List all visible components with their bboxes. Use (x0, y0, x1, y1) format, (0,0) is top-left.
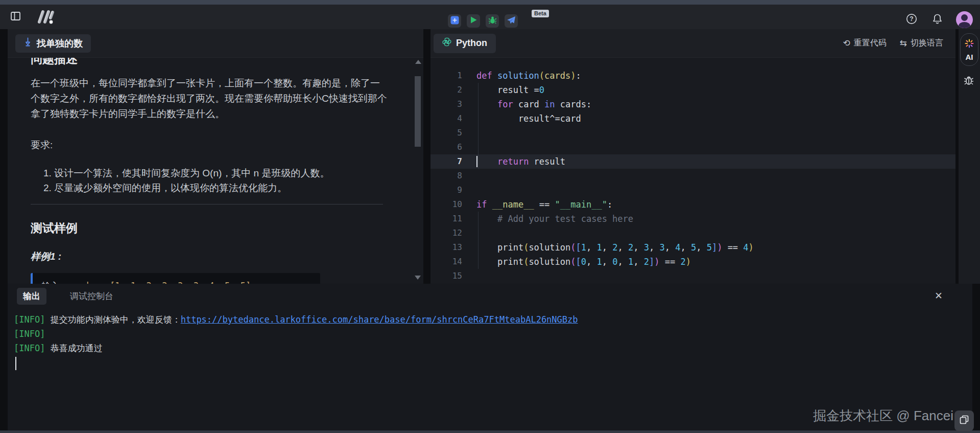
code-line[interactable]: 13 print(solution([1, 1, 2, 2, 3, 3, 4, … (431, 240, 955, 255)
log-level-tag: [INFO] (14, 314, 45, 325)
code-line[interactable]: 10if __name__ == "__main__": (431, 197, 955, 212)
code-line[interactable]: 14 print(solution([0, 1, 0, 1, 2]) == 2) (431, 255, 955, 269)
bottom-edge-strip (0, 430, 980, 433)
ai-label: AI (966, 53, 973, 61)
code-line[interactable]: 5 (431, 126, 955, 140)
problem-section-title: 问题描述 (31, 58, 391, 66)
switch-language-label: 切换语言 (911, 38, 943, 49)
code-line[interactable]: 2 result =0 (431, 83, 955, 97)
ai-assistant-button[interactable]: AI (960, 33, 978, 66)
language-tab[interactable]: Python (434, 34, 496, 53)
scroll-down-arrow-icon[interactable] (415, 276, 421, 280)
line-number: 6 (431, 140, 462, 154)
editor-header: Python ⟲ 重置代码 ⇆ 切换语言 (431, 29, 955, 58)
console-tab-输出[interactable]: 输出 (17, 288, 46, 305)
switch-language-button[interactable]: ⇆ 切换语言 (900, 38, 943, 49)
console-line: [INFO] 提交功能内测体验中，欢迎反馈：https://bytedance.… (14, 312, 972, 327)
console-output[interactable]: [INFO] 提交功能内测体验中，欢迎反馈：https://bytedance.… (8, 308, 972, 370)
line-number: 15 (431, 269, 462, 283)
console-tab-调试控制台[interactable]: 调试控制台 (64, 288, 119, 305)
code-text: return result (462, 154, 565, 169)
reset-code-label: 重置代码 (854, 38, 887, 49)
new-file-button[interactable] (448, 14, 461, 28)
code-line[interactable]: 4 result^=card (431, 111, 955, 126)
code-text: def solution(cards): (462, 69, 581, 83)
sparkle-icon (964, 38, 974, 51)
bell-icon (932, 13, 943, 27)
section-divider (31, 204, 383, 204)
problem-tab[interactable]: 找单独的数 (15, 34, 91, 53)
requirement-item: 设计一个算法，使其时间复杂度为 O(n)，其中 n 是班级的人数。 (54, 166, 391, 180)
sample1-code-block: 输入：cards = [1, 1, 2, 2, 3, 3, 4, 5, 5] 输… (31, 273, 320, 284)
code-text (462, 183, 476, 197)
console-line: [INFO] (14, 327, 972, 341)
code-editor-panel: Python ⟲ 重置代码 ⇆ 切换语言 1def solution(cards… (431, 29, 955, 284)
editor-cursor (476, 156, 477, 167)
window-top-strip (0, 0, 980, 5)
line-number: 1 (431, 69, 462, 83)
line-number: 7 (431, 154, 462, 169)
code-text: print(solution([0, 1, 0, 1, 2]) == 2) (462, 255, 691, 269)
copy-panel-icon (960, 415, 969, 426)
debug-button[interactable] (486, 14, 499, 28)
line-number: 12 (431, 226, 462, 240)
problem-scrollbar[interactable] (414, 60, 422, 280)
sample1-input-line: 输入：cards = [1, 1, 2, 2, 3, 3, 4, 5, 5] (42, 279, 320, 284)
code-text: result^=card (462, 111, 581, 126)
code-text: print(solution([1, 1, 2, 2, 3, 3, 4, 5, … (462, 240, 754, 255)
sample1-label: 样例1 : (31, 250, 391, 263)
right-sidebar: AI (959, 29, 980, 284)
log-level-tag: [INFO] (14, 343, 45, 353)
code-line[interactable]: 1def solution(cards): (431, 69, 955, 83)
code-text: if __name__ == "__main__": (462, 197, 612, 212)
run-button[interactable] (467, 14, 480, 28)
code-line[interactable]: 11 # Add your test cases here (431, 212, 955, 226)
code-editor[interactable]: 1def solution(cards):2 result =03 for ca… (431, 58, 955, 284)
console-line: [INFO] 恭喜成功通过 (14, 341, 972, 355)
extension-float-button[interactable] (954, 411, 974, 431)
code-line[interactable]: 8 (431, 169, 955, 183)
code-line[interactable]: 7 return result (431, 154, 955, 169)
marscode-logo[interactable] (35, 10, 58, 24)
submit-button[interactable] (505, 14, 518, 28)
user-avatar[interactable] (956, 11, 973, 28)
console-tab-bar: 输出调试控制台 (8, 284, 972, 308)
python-logo-icon (442, 37, 451, 49)
code-text (462, 169, 476, 183)
problem-description-area[interactable]: 问题描述 在一个班级中，每位同学都拿到了一张卡片，上面有一个整数。有趣的是，除了… (8, 58, 423, 284)
bug-outline-icon (963, 79, 974, 88)
code-line[interactable]: 15 (431, 269, 955, 283)
line-number: 5 (431, 126, 462, 140)
line-number: 8 (431, 169, 462, 183)
code-line[interactable]: 6 (431, 140, 955, 154)
scrollbar-thumb[interactable] (415, 76, 421, 147)
line-number: 13 (431, 240, 462, 255)
problem-panel: 找单独的数 问题描述 在一个班级中，每位同学都拿到了一张卡片，上面有一个整数。有… (8, 29, 423, 284)
line-number: 11 (431, 212, 462, 226)
code-line[interactable]: 9 (431, 183, 955, 197)
code-text: result =0 (462, 83, 544, 97)
requirement-label: 要求: (31, 139, 391, 152)
problem-panel-header: 找单独的数 (8, 29, 423, 58)
scroll-up-arrow-icon[interactable] (415, 60, 421, 64)
console-cursor (15, 357, 16, 370)
reset-code-button[interactable]: ⟲ 重置代码 (843, 38, 887, 49)
help-button[interactable]: ? (905, 13, 918, 27)
line-number: 9 (431, 183, 462, 197)
code-line[interactable]: 3 for card in cards: (431, 97, 955, 111)
code-text (462, 226, 476, 240)
feedback-bug-button[interactable] (963, 74, 974, 88)
svg-text:?: ? (910, 15, 913, 22)
arrow-down-icon (23, 37, 32, 49)
line-number: 2 (431, 83, 462, 97)
problem-description: 在一个班级中，每位同学都拿到了一张卡片，上面有一个整数。有趣的是，除了一个数字之… (31, 76, 388, 122)
console-close-button[interactable]: ✕ (935, 291, 943, 301)
code-line[interactable]: 12 (431, 226, 955, 240)
notifications-button[interactable] (930, 13, 944, 27)
bug-icon (488, 16, 497, 27)
problem-tab-title: 找单独的数 (37, 37, 83, 50)
feedback-link[interactable]: https://bytedance.larkoffice.com/share/b… (181, 314, 578, 325)
sidebar-toggle-button[interactable] (9, 10, 22, 24)
line-number: 14 (431, 255, 462, 269)
line-number: 3 (431, 97, 462, 111)
